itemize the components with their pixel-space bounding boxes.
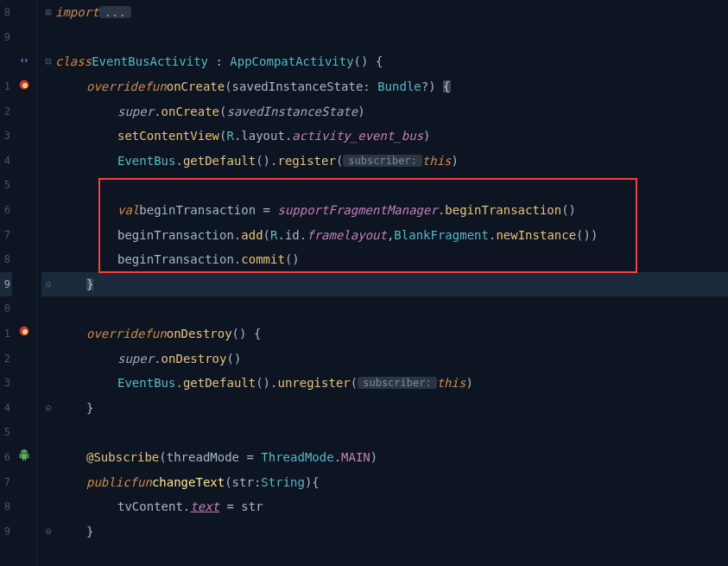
breakpoint-icon[interactable] — [17, 78, 31, 92]
code-line[interactable]: val beginTransaction = supportFragmentMa… — [41, 198, 728, 223]
folded-imports[interactable]: ... — [99, 6, 131, 18]
code-line[interactable]: ⊟class EventBusActivity : AppCompatActiv… — [41, 49, 728, 74]
code-line[interactable]: public fun changeText(str:String){ — [41, 469, 728, 494]
code-line[interactable]: tvContent.text = str — [41, 494, 728, 519]
code-line[interactable]: beginTransaction.add(R.id.framelayout,Bl… — [41, 222, 728, 247]
code-line[interactable]: @Subscribe(threadMode = ThreadMode.MAIN) — [41, 445, 728, 470]
caret: } — [86, 278, 93, 290]
code-line[interactable]: override fun onCreate(savedInstanceState… — [41, 74, 728, 99]
code-line[interactable]: ⊞import ... — [41, 0, 728, 25]
code-line[interactable]: EventBus.getDefault().register( subscrib… — [41, 149, 728, 174]
code-line[interactable]: super.onDestroy() — [41, 346, 728, 371]
svg-point-1 — [25, 451, 26, 452]
code-line[interactable] — [41, 420, 728, 445]
code-line[interactable]: setContentView(R.layout.activity_event_b… — [41, 124, 728, 149]
code-line[interactable] — [41, 173, 728, 198]
code-editor[interactable]: 8 9 1 2 3 4 5 6 7 8 9 0 1 2 3 4 5 6 7 8 … — [0, 0, 728, 566]
code-line[interactable]: super.onCreate(savedInstanceState) — [41, 99, 728, 124]
param-hint: subscriber: — [343, 155, 421, 167]
gutter-line-numbers: 8 9 1 2 3 4 5 6 7 8 9 0 1 2 3 4 5 6 7 8 … — [0, 0, 12, 566]
fold-close-icon[interactable]: ⊖ — [45, 278, 51, 290]
code-line[interactable] — [41, 296, 728, 321]
android-icon — [17, 448, 31, 462]
code-area[interactable]: ⊞import ... ⊟class EventBusActivity : Ap… — [36, 0, 728, 566]
code-line-current[interactable]: ⊖} — [41, 272, 728, 297]
code-line[interactable]: ⊖} — [41, 396, 728, 421]
code-line[interactable]: ⊖} — [41, 518, 728, 544]
code-line[interactable] — [41, 25, 728, 50]
param-hint: subscriber: — [358, 377, 436, 389]
fold-minus-icon[interactable]: ⊟ — [45, 55, 51, 67]
code-angle-icon — [17, 54, 31, 67]
code-line[interactable]: beginTransaction.commit() — [41, 247, 728, 272]
breakpoint-icon[interactable] — [17, 324, 31, 338]
code-line[interactable] — [41, 544, 728, 566]
code-line[interactable]: override fun onDestroy() { — [41, 321, 728, 347]
fold-plus-icon[interactable]: ⊞ — [45, 6, 51, 18]
fold-close-icon[interactable]: ⊖ — [45, 402, 51, 414]
gutter-icons[interactable] — [12, 0, 36, 566]
svg-point-0 — [22, 451, 22, 452]
code-line[interactable]: EventBus.getDefault().unregister( subscr… — [41, 371, 728, 396]
fold-close-icon[interactable]: ⊖ — [45, 525, 51, 537]
